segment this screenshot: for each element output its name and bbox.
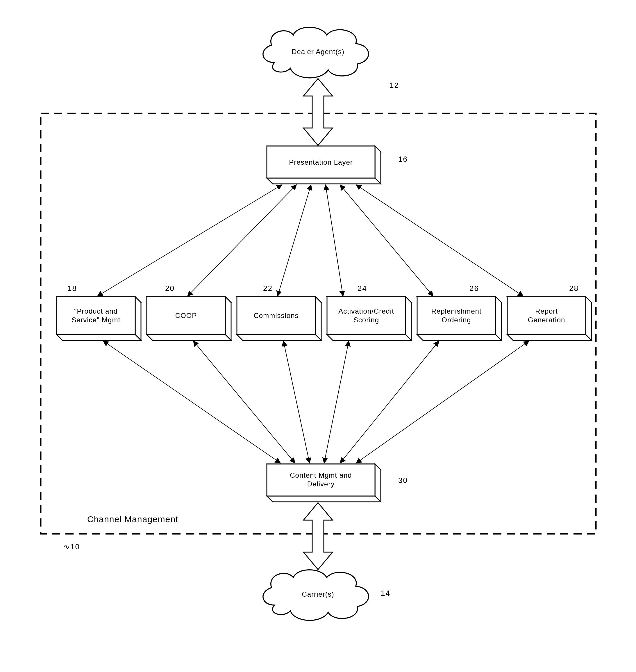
svg-text:Replenishment: Replenishment: [431, 307, 481, 315]
box-coop: COOP: [147, 297, 231, 340]
svg-text:Service" Mgmt: Service" Mgmt: [72, 316, 120, 324]
svg-line-50: [325, 185, 343, 296]
svg-rect-38: [507, 297, 586, 334]
svg-text:Presentation Layer: Presentation Layer: [289, 158, 353, 166]
svg-line-49: [278, 185, 311, 296]
svg-marker-19: [315, 297, 321, 340]
svg-text:Carrier(s): Carrier(s): [302, 590, 334, 598]
svg-text:Report: Report: [535, 307, 558, 315]
cloud-carrier-ref: 14: [381, 589, 390, 597]
svg-marker-8: [135, 297, 141, 340]
svg-line-54: [193, 341, 295, 463]
svg-text:Delivery: Delivery: [307, 480, 335, 488]
svg-marker-36: [586, 297, 592, 340]
box-activation-credit-scoring: Activation/Credit Scoring: [327, 297, 411, 340]
arrows-row-to-content: [103, 341, 529, 463]
svg-text:"Product and: "Product and: [74, 307, 118, 315]
svg-marker-4: [267, 178, 381, 184]
double-arrow-top: [303, 79, 333, 146]
cloud-dealer-agents: Dealer Agent(s): [263, 27, 369, 78]
svg-marker-42: [375, 464, 381, 502]
svg-text:Dealer Agent(s): Dealer Agent(s): [292, 48, 344, 56]
svg-rect-32: [417, 297, 496, 334]
box-product-service-mgmt: "Product and Service" Mgmt: [57, 297, 141, 340]
ref-26: 26: [470, 284, 479, 293]
svg-marker-14: [225, 297, 231, 340]
box-content-mgmt-delivery: Content Mgmt and Delivery: [267, 464, 381, 502]
svg-marker-37: [507, 334, 592, 340]
svg-text:Commissions: Commissions: [254, 311, 299, 320]
ref-18: 18: [67, 284, 77, 293]
ref-24: 24: [358, 284, 367, 293]
svg-marker-9: [57, 334, 141, 340]
svg-line-58: [356, 341, 529, 463]
svg-text:COOP: COOP: [175, 311, 197, 320]
ref-20: 20: [165, 284, 175, 293]
svg-marker-3: [375, 146, 381, 184]
svg-rect-10: [57, 297, 135, 334]
region-label: Channel Management: [87, 514, 178, 524]
arrows-presentation-to-row: [97, 185, 523, 296]
box-commissions: Commissions: [237, 297, 321, 340]
svg-marker-30: [496, 297, 501, 340]
cloud-carriers: Carrier(s): [263, 570, 369, 620]
ref-22: 22: [263, 284, 273, 293]
box-presentation-layer: Presentation Layer: [267, 146, 381, 184]
svg-marker-31: [417, 334, 501, 340]
svg-line-53: [103, 341, 280, 463]
svg-text:Content Mgmt and: Content Mgmt and: [290, 471, 352, 479]
svg-line-47: [97, 185, 282, 296]
svg-marker-25: [327, 334, 411, 340]
svg-line-48: [187, 185, 297, 296]
svg-line-51: [340, 185, 433, 296]
svg-text:Activation/Credit: Activation/Credit: [338, 307, 394, 315]
svg-text:Ordering: Ordering: [441, 316, 471, 324]
svg-marker-20: [237, 334, 321, 340]
svg-line-56: [324, 341, 349, 463]
box-presentation-ref: 16: [398, 155, 408, 164]
svg-text:Generation: Generation: [528, 316, 565, 324]
svg-line-55: [283, 341, 310, 463]
region-ref: ∿10: [63, 542, 80, 551]
box-report-generation: Report Generation: [507, 297, 592, 340]
cloud-dealer-ref: 12: [390, 81, 399, 90]
svg-marker-15: [147, 334, 231, 340]
ref-28: 28: [569, 284, 579, 293]
box-content-ref: 30: [398, 476, 408, 485]
svg-line-57: [340, 341, 439, 463]
double-arrow-bottom: [303, 503, 333, 570]
svg-rect-26: [327, 297, 405, 334]
svg-marker-24: [405, 297, 411, 340]
svg-line-52: [356, 185, 523, 296]
box-replenishment-ordering: Replenishment Ordering: [417, 297, 501, 340]
svg-text:Scoring: Scoring: [354, 316, 379, 324]
svg-marker-43: [267, 496, 381, 502]
